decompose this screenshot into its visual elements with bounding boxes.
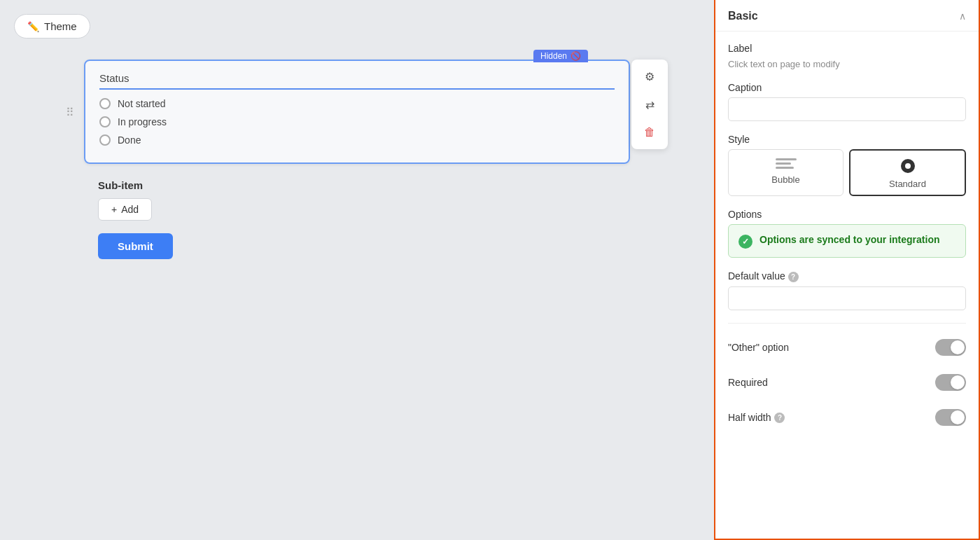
radio-item-done[interactable]: Done — [99, 134, 615, 146]
panel-header: Basic ∧ — [715, 0, 979, 32]
half-width-toggle[interactable] — [935, 409, 966, 426]
gear-icon: ⚙ — [645, 70, 654, 83]
hidden-label: Hidden — [540, 51, 567, 61]
radio-group: Not started In progress Done — [99, 95, 615, 148]
swap-icon: ⇄ — [645, 98, 654, 111]
required-toggle[interactable] — [935, 374, 966, 391]
sub-item-section: Sub-item + Add Submit — [84, 179, 630, 259]
divider-1 — [728, 323, 966, 324]
radio-label: Done — [118, 134, 141, 146]
radio-circle — [99, 98, 111, 109]
add-label: Add — [121, 204, 139, 215]
submit-button[interactable]: Submit — [98, 233, 173, 259]
trash-icon: 🗑 — [644, 126, 655, 139]
hidden-badge: Hidden 🚫 — [533, 50, 588, 62]
panel-body: Label Click text on page to modify Capti… — [715, 32, 979, 440]
style-field-group: Style Bubble Standard — [728, 134, 966, 196]
swap-button[interactable]: ⇄ — [637, 92, 662, 117]
default-value-field-group: Default value ? — [728, 270, 966, 310]
left-panel: ✏️ Theme Hidden 🚫 ⠿ Status — [0, 0, 714, 540]
standard-icon — [901, 159, 915, 173]
plus-icon: + — [111, 204, 117, 215]
caption-label: Caption — [728, 82, 966, 93]
half-width-label: Half width — [728, 412, 771, 423]
half-width-toggle-row: Half width ? — [728, 406, 966, 429]
default-value-help-icon: ? — [788, 272, 799, 282]
bubble-label: Bubble — [771, 174, 799, 185]
eye-slash-icon: 🚫 — [570, 51, 581, 61]
panel-collapse-button[interactable]: ∧ — [959, 11, 966, 22]
other-option-label: "Other" option — [728, 342, 789, 353]
half-width-help-icon: ? — [774, 413, 785, 423]
synced-text: Options are synced to your integration — [760, 233, 939, 247]
style-label: Style — [728, 134, 966, 145]
submit-label: Submit — [118, 240, 153, 252]
required-label: Required — [728, 377, 768, 388]
default-value-input[interactable] — [728, 286, 966, 310]
default-value-label: Default value ? — [728, 270, 966, 282]
theme-button-label: Theme — [44, 20, 77, 32]
form-content: ⠿ Status Not started In progress Done — [84, 60, 630, 164]
caption-field-group: Caption — [728, 82, 966, 121]
options-field-group: Options Options are synced to your integ… — [728, 209, 966, 258]
other-option-toggle-row: "Other" option — [728, 336, 966, 359]
caption-input[interactable] — [728, 97, 966, 121]
bubble-icon — [776, 158, 797, 169]
label-field-group: Label Click text on page to modify — [728, 43, 966, 69]
radio-label: Not started — [118, 98, 165, 109]
form-toolbar: ⚙ ⇄ 🗑 — [631, 60, 668, 149]
panel-title: Basic — [728, 10, 758, 22]
theme-button[interactable]: ✏️ Theme — [14, 14, 90, 39]
synced-options-box: Options are synced to your integration — [728, 224, 966, 258]
label-field-title: Label — [728, 43, 966, 54]
standard-label: Standard — [889, 179, 926, 189]
label-field-subtitle: Click text on page to modify — [728, 59, 966, 69]
radio-item-not-started[interactable]: Not started — [99, 98, 615, 109]
radio-circle — [99, 134, 111, 146]
form-area: Hidden 🚫 ⠿ Status Not started In progres… — [84, 60, 630, 164]
radio-label: In progress — [118, 116, 167, 127]
right-panel: Basic ∧ Label Click text on page to modi… — [714, 0, 980, 540]
delete-button[interactable]: 🗑 — [637, 120, 662, 145]
other-option-toggle[interactable] — [935, 339, 966, 356]
synced-check-icon — [738, 235, 752, 249]
add-button[interactable]: + Add — [98, 198, 152, 221]
standard-style-option[interactable]: Standard — [849, 149, 966, 196]
pencil-icon: ✏️ — [27, 21, 39, 32]
bubble-style-option[interactable]: Bubble — [728, 149, 844, 196]
options-label: Options — [728, 209, 966, 220]
required-toggle-row: Required — [728, 371, 966, 394]
sub-item-label: Sub-item — [98, 179, 630, 191]
half-width-label-group: Half width ? — [728, 412, 785, 423]
radio-item-in-progress[interactable]: In progress — [99, 116, 615, 127]
style-options: Bubble Standard — [728, 149, 966, 196]
radio-circle — [99, 116, 111, 127]
drag-handle-icon[interactable]: ⠿ — [66, 105, 74, 118]
status-label: Status — [99, 72, 615, 90]
settings-button[interactable]: ⚙ — [637, 64, 662, 89]
